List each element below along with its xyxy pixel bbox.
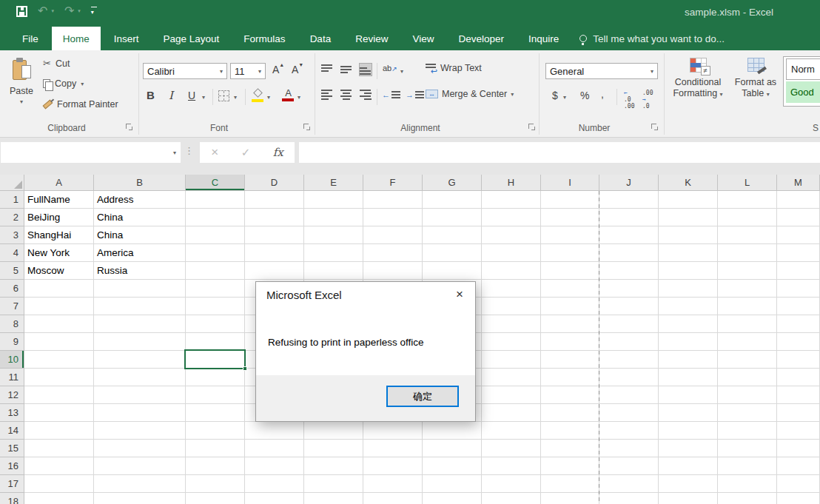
cell-H9[interactable] (482, 333, 541, 351)
cell-C3[interactable] (186, 226, 245, 244)
cell-J17[interactable] (599, 475, 659, 493)
cell-E16[interactable] (304, 457, 363, 475)
cell-J13[interactable] (599, 404, 659, 422)
cell-J9[interactable] (599, 333, 659, 351)
cell-M4[interactable] (777, 244, 820, 262)
cell-B9[interactable] (94, 333, 186, 351)
cell-K17[interactable] (659, 475, 718, 493)
cell-L16[interactable] (718, 457, 777, 475)
cell-C7[interactable] (186, 298, 245, 315)
cell-C15[interactable] (186, 440, 245, 457)
fill-handle[interactable] (243, 366, 247, 371)
cell-J6[interactable] (599, 280, 659, 298)
cell-B12[interactable] (94, 386, 186, 404)
row-header-11[interactable]: 11 (0, 369, 24, 386)
cell-G17[interactable] (423, 475, 482, 493)
tab-file[interactable]: File (11, 27, 50, 50)
undo-icon[interactable]: ↶ (38, 5, 47, 17)
cell-F16[interactable] (363, 457, 423, 475)
cell-K3[interactable] (659, 226, 718, 244)
cell-C18[interactable] (186, 493, 245, 504)
cell-B2[interactable]: China (94, 209, 186, 226)
cell-K13[interactable] (659, 404, 718, 422)
cell-B11[interactable] (94, 369, 186, 386)
tab-formulas[interactable]: Formulas (232, 27, 296, 50)
cell-C11[interactable] (186, 369, 245, 386)
row-header-15[interactable]: 15 (0, 440, 24, 457)
cell-J10[interactable] (599, 351, 659, 369)
row-header-10[interactable]: 10 (0, 351, 24, 369)
tab-page-layout[interactable]: Page Layout (152, 27, 231, 50)
tab-review[interactable]: Review (344, 27, 399, 50)
cell-J1[interactable] (599, 191, 659, 209)
formula-bar-grip-icon[interactable]: ⋮ (184, 145, 194, 156)
cell-L11[interactable] (718, 369, 777, 386)
cell-C14[interactable] (186, 422, 245, 440)
enter-icon[interactable]: ✓ (241, 146, 251, 159)
customize-qat-icon[interactable]: ▾ (91, 7, 94, 16)
cell-G4[interactable] (423, 244, 482, 262)
cell-L13[interactable] (718, 404, 777, 422)
cell-H6[interactable] (482, 280, 541, 298)
merge-center-button[interactable]: ↔ Merge & Center ▾ (426, 89, 514, 99)
number-format-combo[interactable]: General ▾ (545, 63, 658, 79)
fill-color-icon[interactable] (252, 90, 264, 102)
cell-I14[interactable] (541, 422, 599, 440)
cell-G1[interactable] (423, 191, 482, 209)
align-right-icon[interactable] (360, 89, 372, 101)
cell-F17[interactable] (363, 475, 423, 493)
font-size-combo[interactable]: 11 ▾ (230, 63, 266, 79)
cell-F4[interactable] (363, 244, 423, 262)
dialog-close-icon[interactable]: × (448, 285, 471, 304)
cell-L6[interactable] (718, 280, 777, 298)
increase-decimal-icon[interactable]: ←.0 .00 (624, 90, 634, 110)
cell-A3[interactable]: ShangHai (24, 226, 94, 244)
cell-J4[interactable] (599, 244, 659, 262)
cell-A11[interactable] (24, 369, 94, 386)
decrease-decimal-icon[interactable]: .00 →.0 (642, 90, 653, 110)
copy-button[interactable]: Copy ▾ (43, 78, 84, 89)
cell-C2[interactable] (186, 209, 245, 226)
cell-L2[interactable] (718, 209, 777, 226)
accounting-dropdown-icon[interactable]: ▾ (563, 94, 566, 101)
row-header-13[interactable]: 13 (0, 404, 24, 422)
row-header-3[interactable]: 3 (0, 226, 24, 244)
cell-I4[interactable] (541, 244, 599, 262)
column-header-E[interactable]: E (304, 175, 363, 191)
cell-A9[interactable] (24, 333, 94, 351)
cell-B15[interactable] (94, 440, 186, 457)
cut-button[interactable]: ✂ Cut (43, 58, 70, 69)
active-cell-selection[interactable] (184, 349, 246, 369)
cell-M11[interactable] (777, 369, 820, 386)
decrease-indent-icon[interactable]: ← (382, 90, 400, 99)
cell-M17[interactable] (777, 475, 820, 493)
tell-me-box[interactable]: Tell me what you want to do... (579, 27, 725, 50)
cell-G3[interactable] (423, 226, 482, 244)
tab-data[interactable]: Data (299, 27, 343, 50)
cell-K14[interactable] (659, 422, 718, 440)
accounting-format-icon[interactable]: $ (552, 90, 558, 101)
cell-H3[interactable] (482, 226, 541, 244)
cell-F18[interactable] (363, 493, 423, 504)
cell-K10[interactable] (659, 351, 718, 369)
cell-K7[interactable] (659, 298, 718, 315)
cell-J14[interactable] (599, 422, 659, 440)
cell-B5[interactable]: Russia (94, 262, 186, 280)
cell-M1[interactable] (777, 191, 820, 209)
cell-K9[interactable] (659, 333, 718, 351)
cell-M10[interactable] (777, 351, 820, 369)
cell-I16[interactable] (541, 457, 599, 475)
cell-J8[interactable] (599, 315, 659, 333)
formula-input[interactable] (299, 142, 820, 163)
cell-D18[interactable] (245, 493, 304, 504)
cell-B10[interactable] (94, 351, 186, 369)
cell-M12[interactable] (777, 386, 820, 404)
cell-A6[interactable] (24, 280, 94, 298)
wrap-text-button[interactable]: ↩ Wrap Text (426, 63, 482, 73)
row-header-9[interactable]: 9 (0, 333, 24, 351)
row-header-5[interactable]: 5 (0, 262, 24, 280)
cell-K15[interactable] (659, 440, 718, 457)
cell-B16[interactable] (94, 457, 186, 475)
cell-H14[interactable] (482, 422, 541, 440)
redo-dropdown-icon[interactable]: ▾ (78, 8, 81, 14)
